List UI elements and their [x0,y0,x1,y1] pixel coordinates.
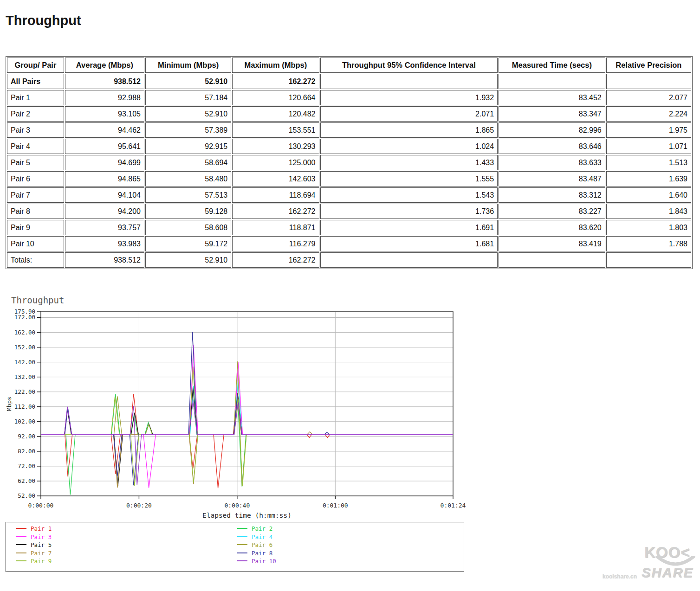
table-cell: 93.983 [65,236,144,251]
table-row: Pair 495.64192.915130.2931.02483.6461.07… [7,139,691,154]
table-cell: 83.487 [499,171,605,186]
table-cell: 58.694 [145,155,231,170]
table-cell: 57.184 [145,90,231,105]
table-cell: 142.603 [232,171,319,186]
table-cell: 162.272 [232,252,319,268]
legend-item-pair-6: Pair 6 [237,541,272,548]
chart-series-pair-9 [41,397,453,486]
table-cell: 82.996 [499,122,605,138]
legend-item-pair-5: Pair 5 [16,541,52,548]
y-tick-label: 72.00 [18,463,35,469]
legend-item-pair-10: Pair 10 [237,558,276,565]
table-cell: 116.279 [232,236,319,251]
table-cell: 1.513 [606,155,691,170]
table-cell: 1.071 [606,139,691,154]
legend-swatch [237,560,247,561]
y-tick-label: 172.00 [14,314,35,321]
legend-swatch [237,544,247,545]
table-cell: 52.910 [145,252,231,268]
table-cell: 2.077 [606,90,691,105]
table-row: Totals:938.51252.910162.272 [7,252,691,268]
legend-swatch [16,536,26,537]
row-label: Pair 7 [7,187,64,203]
table-cell: 120.482 [232,106,319,122]
table-cell [499,74,605,89]
table-cell: 83.227 [499,204,605,219]
table-cell: 93.105 [65,106,144,122]
chart-series-pair-5 [41,387,453,486]
x-axis-label: Elapsed time (h:mm:ss) [202,512,292,519]
table-cell: 1.555 [320,171,498,186]
legend-swatch [16,544,26,545]
y-tick-label: 62.00 [18,477,35,484]
throughput-results-table: Group/ PairAverage (Mbps)Minimum (Mbps)M… [6,56,693,269]
legend-item-pair-8: Pair 8 [237,550,272,557]
row-label: Pair 3 [7,122,64,138]
row-label: Pair 9 [7,220,64,235]
table-cell: 1.843 [606,204,691,219]
table-cell: 57.389 [145,122,231,138]
table-cell: 94.699 [65,155,144,170]
legend-label: Pair 10 [252,558,276,565]
watermark-share-text: SHARE [642,565,694,580]
throughput-chart: Throughput175.90172.00162.00152.00142.00… [5,295,478,522]
table-cell: 120.664 [232,90,319,105]
table-cell: 94.865 [65,171,144,186]
table-cell: 58.480 [145,171,231,186]
legend-label: Pair 3 [31,533,52,540]
table-cell: 57.513 [145,187,231,203]
chart-series-pair-1 [41,394,453,488]
table-cell: 1.865 [320,122,498,138]
x-tick-label: 0:01:00 [323,502,348,509]
row-label: Pair 4 [7,139,64,154]
table-cell [320,252,498,268]
chart-title: Throughput [11,295,64,305]
legend-label: Pair 6 [252,541,272,548]
y-tick-label: 132.00 [14,373,35,380]
row-label: Pair 5 [7,155,64,170]
table-cell [606,74,691,89]
table-cell: 1.639 [606,171,691,186]
row-label: Totals: [7,252,64,268]
legend-label: Pair 4 [252,533,272,540]
table-cell: 162.272 [232,204,319,219]
table-cell: 130.293 [232,139,319,154]
table-cell: 93.757 [65,220,144,235]
table-cell: 94.200 [65,204,144,219]
column-header: Throughput 95% Confidence Interval [320,58,498,73]
table-cell: 95.641 [65,139,144,154]
column-header: Average (Mbps) [65,58,144,73]
table-cell: 118.871 [232,220,319,235]
legend-label: Pair 9 [31,558,52,565]
legend-item-pair-2: Pair 2 [237,525,272,532]
table-cell: 1.640 [606,187,691,203]
legend-swatch [16,552,26,553]
table-cell: 58.608 [145,220,231,235]
table-row: Pair 192.98857.184120.6641.93283.4522.07… [7,90,691,105]
table-header-row: Group/ PairAverage (Mbps)Minimum (Mbps)M… [7,58,691,73]
legend-item-pair-3: Pair 3 [16,533,52,540]
table-body: All Pairs938.51252.910162.272Pair 192.98… [7,74,691,268]
table-cell: 92.915 [145,139,231,154]
table-cell: 83.452 [499,90,605,105]
table-cell: 1.433 [320,155,498,170]
y-axis-label: Mbps [6,397,13,411]
row-label: Pair 2 [7,106,64,122]
table-cell: 938.512 [65,74,144,89]
table-row: Pair 594.69958.694125.0001.43383.6331.51… [7,155,691,170]
throughput-report-page: { "page": { "title": "Throughput" }, "ta… [0,0,700,591]
legend-item-pair-4: Pair 4 [237,533,272,540]
y-tick-label: 112.00 [14,403,35,410]
x-tick-label: 0:01:24 [441,502,466,509]
table-cell: 52.910 [145,106,231,122]
x-tick-label: 0:00:00 [28,502,54,509]
chart-series-pair-10 [41,400,453,485]
table-cell: 94.104 [65,187,144,203]
legend-swatch [237,552,247,553]
table-cell: 59.172 [145,236,231,251]
legend-swatch [237,536,247,537]
koolshare-watermark: KOO< SHARE koolshare.cn [599,538,699,587]
table-cell: 83.347 [499,106,605,122]
table-cell: 1.024 [320,139,498,154]
table-row: All Pairs938.51252.910162.272 [7,74,691,89]
